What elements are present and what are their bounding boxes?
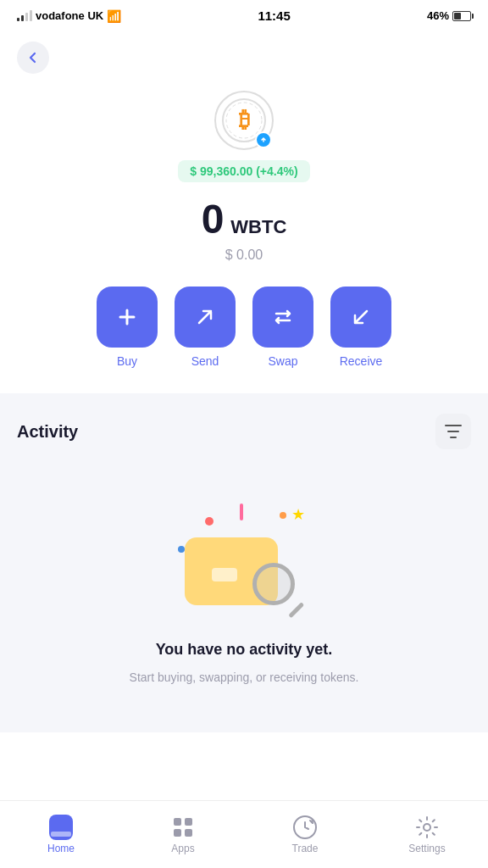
buy-action[interactable]: Buy (97, 287, 158, 368)
balance-usd: $ 0.00 (225, 248, 263, 263)
deco-orange-dot (280, 512, 286, 519)
carrier-info: vodafone UK 📶 (17, 9, 121, 23)
nav-trade-label: Trade (292, 843, 319, 854)
nav-home[interactable]: Home (0, 815, 122, 854)
settings-icon (415, 815, 439, 839)
receive-button[interactable] (330, 287, 391, 348)
bottom-nav: Home Apps Trade (0, 800, 488, 868)
deco-star: ★ (291, 505, 305, 524)
network-badge (255, 131, 272, 148)
empty-state: ★ You have no activity yet. Start buying… (17, 470, 471, 704)
magnifier-illustration (252, 563, 312, 622)
deco-red-dot (205, 517, 214, 526)
apps-icon (171, 815, 195, 839)
token-section: ₿ $ 99,360.00 (+4.4%) 0 WBTC $ 0.00 (0, 82, 488, 393)
status-bar: vodafone UK 📶 11:45 46% (0, 0, 488, 28)
svg-rect-7 (185, 829, 192, 837)
empty-title: You have no activity yet. (156, 641, 333, 659)
svg-rect-5 (185, 818, 192, 826)
back-button[interactable] (17, 42, 49, 74)
activity-section: Activity ★ (0, 393, 488, 732)
swap-action[interactable]: Swap (252, 287, 313, 368)
magnifier-handle (288, 602, 304, 618)
header (0, 28, 488, 82)
nav-settings[interactable]: Settings (366, 815, 488, 854)
nav-trade[interactable]: Trade (244, 815, 366, 854)
token-icon-wrapper: ₿ (214, 91, 274, 150)
svg-text:₿: ₿ (239, 107, 250, 132)
carrier-name: vodafone UK (36, 9, 103, 22)
svg-rect-6 (174, 829, 181, 837)
battery-icon (452, 11, 471, 21)
main-content: ₿ $ 99,360.00 (+4.4%) 0 WBTC $ 0.00 (0, 28, 488, 828)
activity-header: Activity (17, 414, 471, 449)
receive-label: Receive (340, 354, 383, 368)
buy-label: Buy (117, 354, 137, 368)
send-action[interactable]: Send (175, 287, 236, 368)
nav-apps-label: Apps (171, 843, 194, 854)
svg-rect-4 (174, 818, 181, 826)
send-button[interactable] (175, 287, 236, 348)
swap-button[interactable] (252, 287, 313, 348)
deco-pink-line (240, 504, 243, 520)
nav-home-label: Home (47, 843, 75, 854)
status-time: 11:45 (258, 8, 290, 23)
empty-subtitle: Start buying, swapping, or receiving tok… (130, 669, 359, 687)
trade-icon (293, 815, 317, 839)
nav-settings-label: Settings (408, 843, 445, 854)
filter-button[interactable] (435, 414, 471, 449)
wallet-chip-illustration (212, 568, 237, 581)
nav-apps[interactable]: Apps (122, 815, 244, 854)
balance-display: 0 WBTC (202, 196, 287, 242)
balance-token: WBTC (230, 216, 286, 238)
deco-blue-dot (178, 546, 185, 553)
receive-action[interactable]: Receive (330, 287, 391, 368)
svg-point-9 (424, 824, 430, 831)
buy-button[interactable] (97, 287, 158, 348)
magnifier-circle (252, 563, 295, 605)
battery-info: 46% (427, 9, 471, 22)
wifi-icon: 📶 (107, 9, 121, 23)
balance-number: 0 (202, 196, 225, 242)
swap-label: Swap (268, 354, 297, 368)
activity-title: Activity (17, 422, 78, 442)
empty-illustration: ★ (168, 487, 320, 622)
battery-percent: 46% (427, 9, 449, 22)
price-badge: $ 99,360.00 (+4.4%) (178, 160, 309, 182)
action-buttons: Buy Send Swap (97, 287, 391, 368)
send-label: Send (191, 354, 219, 368)
signal-icon (17, 10, 32, 21)
home-icon (49, 815, 73, 839)
